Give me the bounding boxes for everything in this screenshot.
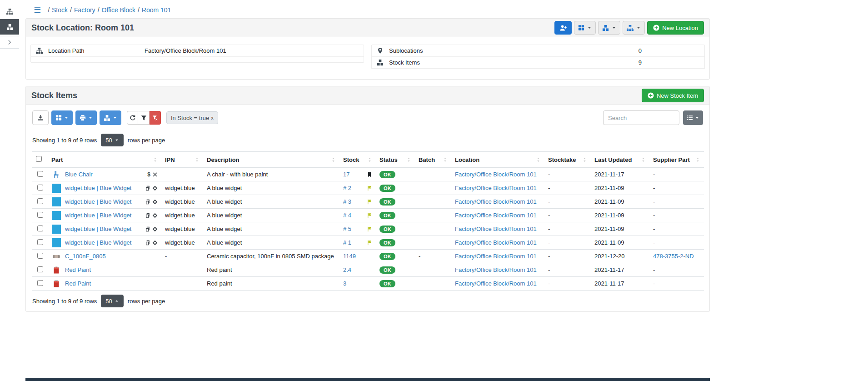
column-header-last-updated[interactable]: Last Updated — [591, 152, 649, 168]
part-link[interactable]: widget.blue | Blue Widget — [65, 185, 131, 191]
stock-link[interactable]: # 5 — [343, 226, 351, 232]
row-select-cell[interactable] — [32, 263, 48, 277]
filter-chip[interactable]: In Stock = true x — [166, 111, 218, 124]
page-size-dropdown[interactable]: 50 — [101, 295, 123, 307]
sort-icon[interactable] — [406, 157, 411, 162]
column-header-stock[interactable]: Stock — [339, 152, 376, 168]
sort-icon[interactable] — [536, 157, 541, 162]
select-all-header-cell[interactable] — [32, 152, 48, 168]
row-checkbox[interactable] — [37, 198, 43, 204]
stock-link[interactable]: # 1 — [343, 239, 351, 246]
sort-icon[interactable] — [331, 157, 336, 162]
row-select-cell[interactable] — [32, 222, 48, 236]
new-location-button[interactable]: New Location — [647, 21, 704, 35]
row-checkbox[interactable] — [37, 226, 43, 231]
part-link[interactable]: Red Paint — [65, 266, 91, 273]
row-select-cell[interactable] — [32, 168, 48, 181]
new-stock-item-button[interactable]: New Stock Item — [642, 89, 704, 102]
search-input[interactable] — [603, 110, 679, 125]
column-select-dropdown[interactable] — [51, 110, 73, 125]
part-flags — [145, 213, 158, 218]
add-filter-button[interactable] — [138, 111, 150, 125]
sort-icon[interactable] — [195, 157, 200, 162]
row-checkbox[interactable] — [37, 239, 43, 245]
column-header-status[interactable]: Status — [376, 152, 415, 168]
part-link[interactable]: widget.blue | Blue Widget — [65, 239, 131, 246]
download-button[interactable] — [32, 110, 49, 125]
sort-icon[interactable] — [367, 157, 372, 162]
supplier-part-link[interactable]: 478-3755-2-ND — [653, 253, 694, 260]
stock-link[interactable]: 2.4 — [343, 266, 351, 273]
column-header-supplier-part[interactable]: Supplier Part — [649, 152, 704, 168]
location-link[interactable]: Factory/Office Block/Room 101 — [455, 226, 537, 232]
stock-link[interactable]: # 4 — [343, 212, 351, 219]
row-checkbox[interactable] — [37, 253, 43, 259]
location-link[interactable]: Factory/Office Block/Room 101 — [455, 266, 537, 273]
column-header-description[interactable]: Description — [203, 152, 339, 168]
ipn-cell — [161, 277, 203, 291]
column-header-part[interactable]: Part — [48, 152, 161, 168]
page-size-dropdown[interactable]: 50 — [101, 134, 123, 146]
sort-icon[interactable] — [153, 157, 158, 162]
part-link[interactable]: widget.blue | Blue Widget — [65, 198, 131, 205]
stock-items-header: Stock Items New Stock Item — [26, 86, 709, 105]
part-link[interactable]: widget.blue | Blue Widget — [65, 226, 131, 232]
location-options-dropdown[interactable] — [623, 21, 645, 35]
part-link[interactable]: widget.blue | Blue Widget — [65, 212, 131, 219]
sort-icon[interactable] — [443, 157, 448, 162]
column-header-stocktake[interactable]: Stocktake — [544, 152, 591, 168]
breadcrumb-link-room-101[interactable]: Room 101 — [142, 6, 171, 14]
location-link[interactable]: Factory/Office Block/Room 101 — [455, 280, 537, 287]
row-select-cell[interactable] — [32, 209, 48, 222]
sidebar-item-stock[interactable] — [0, 19, 19, 35]
location-link[interactable]: Factory/Office Block/Room 101 — [455, 239, 537, 246]
sidebar-item-location-tree[interactable] — [0, 4, 19, 19]
refresh-button[interactable] — [127, 111, 138, 125]
stock-link[interactable]: 3 — [343, 280, 346, 287]
part-link[interactable]: Blue Chair — [65, 171, 93, 178]
row-checkbox[interactable] — [37, 212, 43, 218]
detail-value: 9 — [639, 59, 642, 66]
column-header-batch[interactable]: Batch — [415, 152, 451, 168]
sort-icon[interactable] — [695, 157, 700, 162]
menu-icon[interactable]: ☰ — [34, 5, 41, 15]
row-select-cell[interactable] — [32, 236, 48, 250]
location-link[interactable]: Factory/Office Block/Room 101 — [455, 253, 537, 260]
stock-link[interactable]: # 3 — [343, 198, 351, 205]
breadcrumb-link-office-block[interactable]: Office Block — [102, 6, 135, 14]
stock-actions-dropdown[interactable] — [598, 21, 620, 35]
sort-icon[interactable] — [582, 157, 587, 162]
clear-filters-button[interactable] — [150, 111, 161, 125]
breadcrumb-link-factory[interactable]: Factory — [74, 6, 95, 14]
location-link[interactable]: Factory/Office Block/Room 101 — [455, 171, 537, 178]
row-checkbox[interactable] — [37, 266, 43, 272]
row-select-cell[interactable] — [32, 195, 48, 209]
stock-link[interactable]: 17 — [343, 171, 349, 178]
row-select-cell[interactable] — [32, 277, 48, 291]
stock-link[interactable]: 1149 — [343, 253, 356, 260]
table-row: widget.blue | Blue Widgetwidget.blueA bl… — [32, 181, 704, 195]
breadcrumb-link-stock[interactable]: Stock — [52, 6, 68, 14]
barcode-actions-dropdown[interactable] — [574, 21, 596, 35]
row-select-cell[interactable] — [32, 181, 48, 195]
sort-icon[interactable] — [641, 157, 646, 162]
stock-link[interactable]: # 2 — [343, 185, 351, 191]
view-options-dropdown[interactable] — [683, 110, 703, 125]
row-select-cell[interactable] — [32, 250, 48, 263]
row-checkbox[interactable] — [37, 280, 43, 286]
assigned-user-button[interactable] — [554, 21, 572, 35]
row-checkbox[interactable] — [37, 185, 43, 190]
location-link[interactable]: Factory/Office Block/Room 101 — [455, 185, 537, 191]
print-actions-dropdown[interactable] — [75, 110, 97, 125]
remove-filter-icon[interactable]: x — [211, 115, 214, 120]
column-header-ipn[interactable]: IPN — [161, 152, 203, 168]
column-header-location[interactable]: Location — [451, 152, 544, 168]
row-checkbox[interactable] — [37, 171, 43, 177]
location-link[interactable]: Factory/Office Block/Room 101 — [455, 198, 537, 205]
part-link[interactable]: Red Paint — [65, 280, 91, 287]
select-all-checkbox[interactable] — [36, 156, 42, 162]
stock-options-dropdown[interactable] — [100, 110, 121, 125]
sidebar-expand-button[interactable] — [0, 36, 19, 49]
location-link[interactable]: Factory/Office Block/Room 101 — [455, 212, 537, 219]
part-link[interactable]: C_100nF_0805 — [65, 253, 106, 260]
